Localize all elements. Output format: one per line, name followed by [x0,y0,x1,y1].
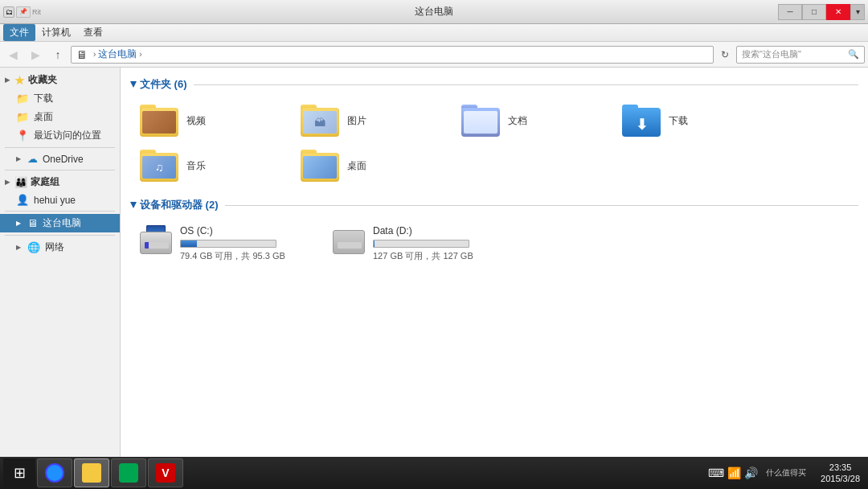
explorer-icon [82,463,101,483]
drive-bar-container-c [180,240,276,248]
quick-access-icon[interactable]: 📌 [16,6,31,18]
sidebar-header-favorites[interactable]: ▶ ★ 收藏夹 [0,71,120,89]
search-icon[interactable]: 🔍 [848,49,859,60]
drive-info-d: Data (D:) 127 GB 可用，共 127 GB [373,225,506,262]
menu-file[interactable]: 文件 [3,24,35,41]
drives-section-title: 设备和驱动器 (2) [140,198,219,212]
sidebar-divider1 [5,147,115,148]
folder-item-video[interactable]: 视频 [130,98,291,143]
up-button[interactable]: ↑ [48,45,68,64]
folders-section-header: 文件夹 (6) [130,77,858,92]
onedrive-label: OneDrive [43,154,84,165]
tray-label: 什么值得买 [766,467,806,479]
window-title: 这台电脑 [415,5,453,18]
drive-bar-d [374,240,375,247]
minimize-button[interactable]: ─ [778,4,802,20]
speaker-icon[interactable]: 🔊 [744,466,758,479]
sidebar-header-family[interactable]: ▶ 👨‍👩‍👦 家庭组 [0,173,120,191]
onedrive-icon: ☁ [27,153,38,165]
user-label: hehui yue [34,195,76,206]
menu-bar: 文件 计算机 查看 [0,24,868,42]
address-bar: ◀ ▶ ↑ 🖥 › 这台电脑 › ↻ 搜索"这台电脑" 🔍 [0,42,868,68]
taskbar-btn-v[interactable]: V [148,458,183,487]
favorites-star-icon: ★ [14,74,25,87]
clock-time: 23:35 [829,462,852,473]
menu-view[interactable]: 查看 [77,24,109,41]
ie-icon [45,463,64,483]
drive-bar-container-d [373,240,469,248]
folder-item-desktop[interactable]: 桌面 [291,143,452,188]
taskbar-btn-store[interactable] [111,458,146,487]
back-button[interactable]: ◀ [3,45,23,64]
v-icon: V [156,463,175,483]
folder-icon-downloads: 📁 [16,92,29,105]
drive-item-c[interactable]: OS (C:) 79.4 GB 可用，共 95.3 GB [130,219,323,269]
thispc-expand-icon[interactable]: ▶ [16,220,21,227]
main-area: ▶ ★ 收藏夹 📁 下载 📁 桌面 📍 最近访问的位置 ▶ ☁ OneDrive [0,68,868,465]
favorites-expand-icon[interactable]: ▶ [5,76,10,84]
recent-icon: 📍 [16,129,29,142]
section-line1 [194,84,859,85]
folder-item-document[interactable]: 文档 [452,98,612,143]
taskbar-tray: ⌨ 📶 🔊 什么值得买 [705,466,814,479]
menu-computer[interactable]: 计算机 [35,24,77,41]
taskbar: ⊞ V ⌨ 📶 🔊 什么值得买 23:35 2015/3/28 [0,457,868,489]
path-separator: › [93,50,96,59]
folder-item-picture[interactable]: 🏔 图片 [291,98,452,143]
sidebar-item-network[interactable]: ▶ 🌐 网络 [0,238,120,257]
taskbar-btn-ie[interactable] [37,458,72,487]
network-icon: 🌐 [27,241,40,253]
sidebar-item-onedrive[interactable]: ▶ ☁ OneDrive [0,150,120,167]
drive-size-c: 79.4 GB 可用，共 95.3 GB [180,250,313,262]
address-path[interactable]: 🖥 › 这台电脑 › [71,46,714,64]
folders-section-title: 文件夹 (6) [140,77,187,92]
wifi-icon[interactable]: 📶 [727,466,741,479]
folder-icon-document [461,105,500,137]
drive-icon-d [333,225,365,254]
store-icon [119,463,138,483]
sidebar-item-thispc[interactable]: ▶ 🖥 这台电脑 [0,214,120,232]
family-expand-icon[interactable]: ▶ [5,179,10,186]
window-icon: 🗂 [3,6,14,18]
downloads-label: 下载 [34,92,53,105]
close-button[interactable]: ✕ [826,4,850,20]
sidebar-item-desktop[interactable]: 📁 桌面 [0,108,120,126]
folder-grid: 视频 🏔 图片 文档 [130,98,858,188]
sidebar: ▶ ★ 收藏夹 📁 下载 📁 桌面 📍 最近访问的位置 ▶ ☁ OneDrive [0,68,121,465]
forward-button[interactable]: ▶ [26,45,45,64]
network-expand-icon[interactable]: ▶ [16,244,21,251]
taskbar-clock[interactable]: 23:35 2015/3/28 [816,462,865,485]
folder-name-document: 文档 [508,114,527,128]
thispc-icon: 🖥 [27,217,38,229]
folder-item-music[interactable]: ♫ 音乐 [130,143,291,188]
maximize-button[interactable]: □ [802,4,826,20]
user-icon: 👤 [16,194,29,206]
sidebar-item-recent[interactable]: 📍 最近访问的位置 [0,126,120,145]
folder-name-download: 下载 [669,114,688,128]
folder-icon-desktop [301,150,339,182]
section-triangle2-icon [130,202,137,208]
sidebar-item-downloads[interactable]: 📁 下载 [0,89,120,108]
recent-label: 最近访问的位置 [34,129,101,142]
drive-item-d[interactable]: Data (D:) 127 GB 可用，共 127 GB [323,219,516,269]
onedrive-expand-icon[interactable]: ▶ [16,155,21,162]
folder-item-download[interactable]: ⬇ 下载 [612,98,773,143]
drive-info-c: OS (C:) 79.4 GB 可用，共 95.3 GB [180,225,313,262]
scroll-button[interactable]: ▾ [850,4,865,20]
family-label: 家庭组 [31,175,59,189]
folder-icon-desktop: 📁 [16,111,29,123]
folder-icon-picture: 🏔 [301,105,339,137]
sidebar-divider3 [5,211,115,212]
taskbar-btn-explorer[interactable] [74,458,109,487]
drive-name-c: OS (C:) [180,225,313,236]
drive-icon-c [140,225,172,254]
search-box[interactable]: 搜索"这台电脑" 🔍 [736,46,865,64]
title-bar: 🗂 📌 Rit 这台电脑 ─ □ ✕ ▾ [0,0,868,24]
sidebar-item-user[interactable]: 👤 hehui yue [0,191,120,208]
start-button[interactable]: ⊞ [3,458,35,487]
refresh-button[interactable]: ↻ [717,47,733,63]
keyboard-icon[interactable]: ⌨ [708,466,724,479]
path-item-pc[interactable]: 这台电脑 [98,47,137,61]
thispc-label: 这台电脑 [43,216,81,230]
family-icon: 👨‍👩‍👦 [14,176,27,188]
